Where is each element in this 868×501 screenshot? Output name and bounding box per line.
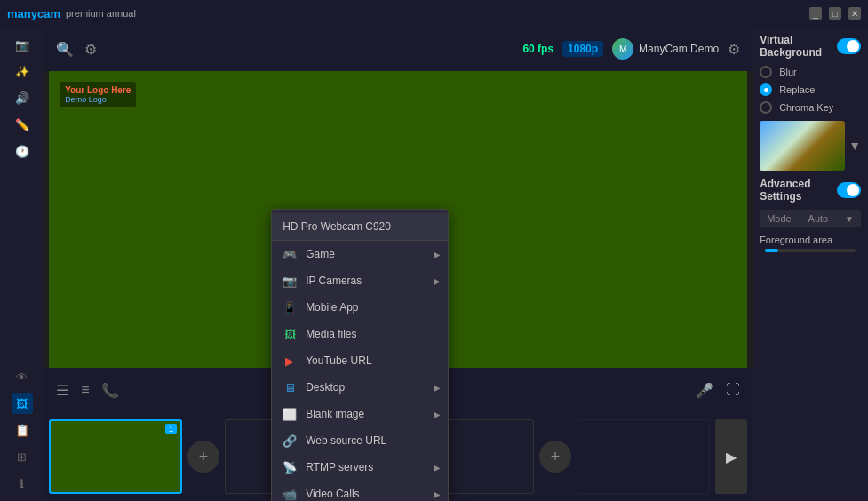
foreground-slider[interactable]: [765, 249, 856, 252]
replace-option[interactable]: Replace: [760, 84, 861, 96]
menu-item-video-calls[interactable]: 📹 Video Calls ▶: [272, 481, 448, 501]
grid-icon[interactable]: ⊞: [12, 446, 33, 467]
user-name: ManyCam Demo: [639, 43, 719, 55]
blur-label: Blur: [779, 67, 797, 77]
audio-icon[interactable]: 🔊: [12, 87, 33, 108]
menu-item-mobile-app-label: Mobile App: [306, 301, 358, 314]
menu-item-game-label: Game: [306, 248, 335, 260]
layers-icon[interactable]: 📋: [12, 419, 33, 441]
replace-radio[interactable]: [760, 84, 772, 96]
plan-label: premium annual: [66, 8, 136, 19]
toggle-knob: [847, 40, 859, 52]
arrow-icon: ▶: [434, 489, 441, 499]
blur-radio[interactable]: [760, 66, 772, 78]
sources-icon[interactable]: 📷: [12, 34, 33, 55]
app-logo: manycam: [7, 7, 60, 20]
menu-item-blank-image-label: Blank image: [306, 408, 364, 420]
dropdown-arrow: ▼: [845, 214, 854, 224]
title-bar-left: manycam premium annual: [7, 7, 136, 20]
effects-icon[interactable]: ✨: [12, 60, 33, 82]
arrow-icon: ▶: [434, 250, 441, 259]
arrow-icon: ▶: [434, 410, 441, 419]
menu-item-video-calls-label: Video Calls: [306, 488, 359, 500]
virtual-background-toggle[interactable]: [837, 38, 861, 54]
menu-item-desktop-label: Desktop: [306, 381, 345, 394]
menu-item-game[interactable]: 🎮 Game ▶: [272, 241, 448, 267]
mode-value: Auto: [808, 213, 829, 224]
mic-icon[interactable]: 🎤: [696, 382, 713, 399]
menu-icon[interactable]: ☰: [56, 382, 68, 399]
top-bar: 🔍 ⚙ 60 fps 1080p M ManyCam Demo ⚙: [44, 27, 753, 71]
menu-item-desktop[interactable]: 🖥 Desktop ▶: [272, 374, 448, 401]
foreground-slider-container: [760, 249, 861, 252]
menu-item-rtmp-servers[interactable]: 📡 RTMP servers ▶: [272, 454, 448, 481]
maximize-button[interactable]: □: [829, 7, 841, 20]
scene-thumb-4[interactable]: [577, 419, 710, 494]
advanced-settings-toggle[interactable]: [837, 182, 861, 198]
background-thumbnail[interactable]: [760, 121, 845, 171]
blur-option[interactable]: Blur: [760, 66, 861, 78]
left-panel: 📷 ✨ 🔊 ✏️ 🕐 👁 🖼 📋 ⊞ ℹ: [0, 27, 44, 501]
menu-item-media-files[interactable]: 🖼 Media files: [272, 321, 448, 347]
phone-icon[interactable]: 📞: [101, 382, 119, 399]
right-panel-header: Virtual Background: [760, 34, 861, 59]
desktop-icon: 🖥: [283, 380, 297, 394]
game-icon: 🎮: [283, 247, 297, 261]
zoom-icon[interactable]: 🔍: [56, 41, 74, 58]
mode-label: Mode: [767, 213, 792, 224]
info-icon[interactable]: ℹ: [12, 473, 33, 494]
close-button[interactable]: ✕: [848, 7, 861, 20]
demo-logo-overlay: Your Logo Here Demo Logo: [60, 82, 136, 107]
preview-icon[interactable]: 👁: [12, 366, 33, 387]
resolution-display: 1080p: [562, 41, 603, 57]
context-menu: HD Pro Webcam C920 🎮 Game ▶ 📷 IP Cameras…: [271, 209, 449, 501]
demo-logo-top-text: Your Logo Here: [65, 85, 131, 95]
menu-item-youtube-url[interactable]: ▶ YouTube URL: [272, 347, 448, 374]
replace-label: Replace: [779, 84, 815, 95]
advanced-settings-label: Advanced Settings: [760, 178, 837, 203]
scene-thumb-1[interactable]: 1: [49, 419, 182, 494]
user-info: M ManyCam Demo: [612, 38, 719, 60]
video-calls-icon: 📹: [283, 487, 297, 501]
title-bar: manycam premium annual _ □ ✕: [0, 0, 868, 27]
avatar: M: [612, 38, 633, 60]
background-icon[interactable]: 🖼: [12, 393, 33, 414]
list-icon[interactable]: ≡: [81, 382, 89, 399]
chroma-key-option[interactable]: Chroma Key: [760, 101, 861, 114]
scenes-scroll-arrow[interactable]: ▶: [715, 419, 747, 494]
menu-item-mobile-app[interactable]: 📱 Mobile App: [272, 294, 448, 321]
scene-number-1: 1: [165, 424, 177, 434]
demo-logo-bottom-text: Demo Logo: [65, 95, 131, 104]
foreground-slider-fill: [765, 249, 778, 252]
youtube-icon: ▶: [283, 354, 297, 368]
menu-item-ip-cameras-label: IP Cameras: [306, 274, 362, 287]
settings-icon[interactable]: ⚙: [84, 41, 97, 58]
add-scene-button-1[interactable]: +: [187, 441, 219, 473]
foreground-area-label: Foreground area: [760, 235, 832, 245]
bottom-bar-icons: ☰ ≡ 📞: [56, 382, 119, 399]
blank-image-icon: ⬜: [283, 407, 297, 421]
background-expand-arrow[interactable]: ▼: [848, 139, 861, 153]
right-panel: Virtual Background Blur Replace Chroma K…: [753, 27, 868, 501]
mode-dropdown-row[interactable]: Mode Auto ▼: [760, 210, 861, 227]
gear-icon[interactable]: ⚙: [728, 41, 740, 58]
draw-icon[interactable]: ✏️: [12, 114, 33, 135]
fps-display: 60 fps: [522, 43, 553, 55]
virtual-background-title: Virtual Background: [760, 34, 837, 59]
minimize-button[interactable]: _: [809, 7, 822, 20]
menu-item-youtube-url-label: YouTube URL: [306, 354, 372, 367]
menu-item-blank-image[interactable]: ⬜ Blank image ▶: [272, 401, 448, 427]
center-panel: 🔍 ⚙ 60 fps 1080p M ManyCam Demo ⚙ Your L…: [44, 27, 753, 501]
chroma-key-radio[interactable]: [760, 101, 772, 114]
top-bar-right: 60 fps 1080p M ManyCam Demo ⚙: [522, 38, 740, 60]
top-bar-left: 🔍 ⚙: [56, 41, 97, 58]
schedule-icon[interactable]: 🕐: [12, 140, 33, 162]
advanced-settings-row: Advanced Settings: [760, 178, 861, 203]
fullscreen-icon[interactable]: ⛶: [726, 382, 740, 399]
add-scene-button-3[interactable]: +: [539, 441, 571, 473]
menu-item-web-source-url[interactable]: 🔗 Web source URL: [272, 427, 448, 454]
menu-item-ip-cameras[interactable]: 📷 IP Cameras ▶: [272, 267, 448, 294]
bottom-bar-right-icons: 🎤 ⛶: [696, 382, 740, 399]
menu-item-web-source-url-label: Web source URL: [306, 434, 386, 447]
arrow-icon: ▶: [434, 463, 441, 473]
